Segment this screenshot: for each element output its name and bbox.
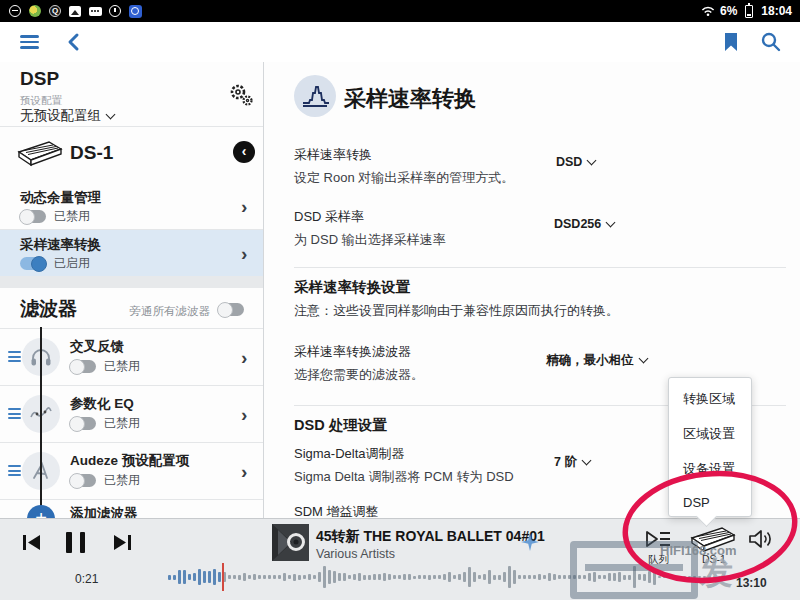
chevron-down-icon — [638, 354, 648, 364]
bypass-all-toggle[interactable] — [218, 303, 244, 316]
setting-row-src-filter: 采样速率转换滤波器 选择您需要的滤波器。 — [294, 343, 424, 384]
album-art[interactable] — [272, 524, 309, 561]
volume-icon[interactable] — [748, 528, 774, 550]
setting-label: 采样速率转换滤波器 — [294, 343, 424, 361]
src-toggle[interactable] — [20, 257, 46, 270]
chevron-down-icon — [606, 218, 616, 228]
player-bar: 45转新 THE ROYAL BALLET 04#01 Various Arti… — [0, 518, 800, 600]
menu-item-zone-settings[interactable]: 区域设置 — [683, 425, 735, 443]
drag-handle-icon[interactable] — [8, 408, 21, 419]
bypass-all-label: 旁通所有滤波器 — [118, 304, 210, 319]
remaining-time: 13:10 — [736, 576, 767, 590]
dsp-sidebar: DSP 预设配置 无预设配置组 DS-1 ‹ — [0, 62, 264, 518]
notification-icons: Q — [0, 4, 142, 18]
app-notification-icon — [28, 4, 42, 18]
chevron-right-icon: › — [241, 197, 247, 216]
wifi-icon — [701, 4, 715, 18]
filter-label: 交叉反馈 — [70, 338, 124, 356]
filter-chain-line — [40, 327, 42, 509]
page-title: 采样速率转换 — [344, 84, 476, 114]
do-not-disturb-icon — [8, 4, 22, 18]
crossfeed-toggle[interactable] — [70, 360, 96, 373]
filter-status: 已禁用 — [104, 472, 140, 489]
battery-icon — [742, 4, 756, 18]
filter-status: 已禁用 — [104, 358, 140, 375]
setting-label: 采样速率转换 — [294, 146, 514, 164]
section-title-dsd-processing: DSD 处理设置 — [294, 416, 387, 435]
sdm-order-dropdown[interactable]: 7 阶 — [554, 454, 590, 471]
sdm-gain-label: SDM 增益调整 — [294, 503, 379, 518]
message-icon — [88, 4, 102, 18]
queue-icon[interactable] — [644, 528, 672, 550]
device-icon — [16, 139, 64, 169]
pause-icon[interactable] — [66, 532, 85, 553]
setting-desc: 设定 Roon 对输出采样率的管理方式。 — [294, 169, 514, 187]
battery-percent: 6% — [720, 4, 737, 18]
sample-rate-icon — [294, 75, 336, 117]
zone-device-icon[interactable] — [688, 525, 738, 555]
track-title[interactable]: 45转新 THE ROYAL BALLET 04#01 — [316, 528, 545, 546]
filter-status: 已禁用 — [104, 415, 140, 432]
dsp-settings-gear-icon[interactable] — [228, 82, 254, 108]
device-card[interactable]: DS-1 ‹ — [0, 127, 263, 183]
filters-header-card: 滤波器 旁通所有滤波器 — [0, 288, 263, 328]
menu-icon[interactable] — [20, 35, 39, 49]
add-filter-label: 添加滤波器 — [70, 505, 138, 518]
android-status-bar: Q 6% 18:04 — [0, 0, 800, 22]
chevron-down-icon — [106, 110, 116, 120]
item-status: 已启用 — [54, 255, 90, 272]
setting-row-src: 采样速率转换 设定 Roon 对输出采样率的管理方式。 — [294, 146, 514, 187]
item-status: 已禁用 — [54, 208, 90, 225]
sparkle-icon — [521, 533, 539, 551]
preset-select[interactable]: 无预设配置组 — [20, 106, 114, 125]
setting-desc: 为 DSD 输出选择采样速率 — [294, 231, 446, 249]
drag-handle-icon[interactable] — [8, 351, 21, 362]
status-time: 18:04 — [761, 4, 792, 18]
alarm-icon — [128, 4, 142, 18]
back-icon[interactable] — [64, 31, 86, 53]
top-nav-bar — [0, 22, 800, 63]
search-icon[interactable] — [760, 31, 782, 53]
item-label: 采样速率转换 — [20, 236, 101, 254]
chevron-right-icon: › — [241, 462, 247, 481]
filter-label: Audeze 预设配置项 — [70, 452, 189, 470]
bookmark-icon[interactable] — [720, 31, 742, 53]
menu-item-transfer-zone[interactable]: 转换区域 — [683, 390, 735, 408]
section-title-src-settings: 采样速率转换设置 — [294, 278, 410, 297]
chevron-down-icon — [587, 156, 597, 166]
previous-track-icon[interactable] — [22, 534, 42, 551]
chevron-down-icon — [581, 456, 591, 466]
headroom-toggle[interactable] — [20, 210, 46, 223]
next-track-icon[interactable] — [112, 534, 132, 551]
src-mode-dropdown[interactable]: DSD — [556, 155, 595, 169]
setting-row-dsd-rate: DSD 采样率 为 DSD 输出选择采样速率 — [294, 208, 446, 249]
dsp-header-card: DSP 预设配置 无预设配置组 — [0, 62, 263, 126]
playhead[interactable] — [222, 563, 224, 591]
filters-title: 滤波器 — [20, 296, 77, 322]
audeze-toggle[interactable] — [70, 474, 96, 487]
sidebar-item-headroom[interactable]: 动态余量管理 已禁用 › — [0, 183, 263, 229]
waveform[interactable] — [168, 564, 725, 590]
dsd-rate-dropdown[interactable]: DSD256 — [554, 217, 614, 231]
chevron-right-icon: › — [241, 244, 247, 263]
screenshot-icon — [68, 4, 82, 18]
app-screen: Q 6% 18:04 DSP 预设配置 无预设配置组 — [0, 0, 800, 600]
drag-handle-icon[interactable] — [8, 465, 21, 476]
chevron-right-icon: › — [241, 405, 247, 424]
setting-desc: 选择您需要的滤波器。 — [294, 366, 424, 384]
filter-label: 参数化 EQ — [70, 395, 134, 413]
src-filter-dropdown[interactable]: 精确，最小相位 — [546, 352, 647, 369]
chevron-right-icon: › — [241, 348, 247, 367]
qq-notification-icon: Q — [48, 4, 62, 18]
eq-toggle[interactable] — [70, 417, 96, 430]
zone-popup-menu: 转换区域 区域设置 设备设置 DSP — [668, 377, 752, 517]
device-name: DS-1 — [70, 142, 113, 164]
sidebar-item-sample-rate-conversion[interactable]: 采样速率转换 已启用 › — [0, 230, 263, 276]
dsp-title: DSP — [20, 68, 59, 90]
collapse-icon[interactable]: ‹ — [233, 141, 255, 163]
setting-row-sdm: Sigma-Delta调制器 Sigma Delta 调制器将 PCM 转为 D… — [294, 445, 514, 486]
item-label: 动态余量管理 — [20, 189, 101, 207]
track-artist[interactable]: Various Artists — [316, 547, 395, 561]
setting-desc: Sigma Delta 调制器将 PCM 转为 DSD — [294, 468, 514, 486]
menu-item-device-settings[interactable]: 设备设置 — [683, 460, 735, 478]
